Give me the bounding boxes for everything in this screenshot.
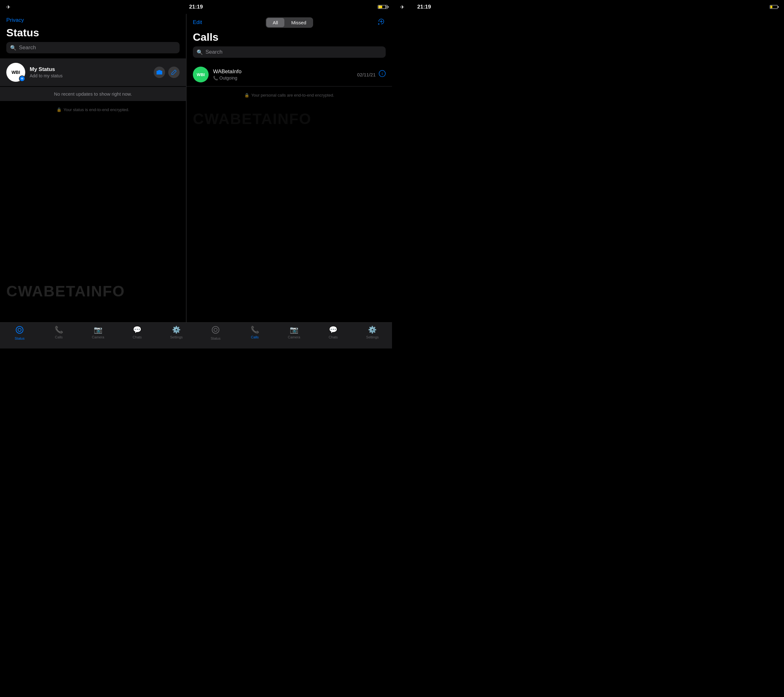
status-search-bar[interactable]: 🔍 Search xyxy=(6,42,180,53)
main-content: Privacy Status 🔍 Search WBI + My Status … xyxy=(0,14,392,322)
battery-icon-mid xyxy=(380,5,387,9)
tab-chats-right[interactable]: 💬 Chats xyxy=(314,325,353,339)
status-actions xyxy=(154,67,180,78)
right-header: Edit All Missed xyxy=(186,14,392,31)
search-icon: 🔍 xyxy=(10,45,16,51)
settings-tab-icon-right: ⚙️ xyxy=(368,326,377,334)
calls-encrypted-notice: 🔒 Your personal calls are end-to-end enc… xyxy=(186,86,392,104)
lock-icon-calls: 🔒 xyxy=(244,93,249,97)
chats-tab-icon-left: 💬 xyxy=(133,326,142,334)
call-type: 📞 Outgoing xyxy=(213,76,353,81)
right-panel-calls: Edit All Missed Calls 🔍 Search WBI WABet… xyxy=(186,14,392,322)
status-bar: ✈ 21:19 ✈ 21:19 xyxy=(0,0,392,14)
filter-tab-missed[interactable]: Missed xyxy=(285,18,313,27)
tab-settings-left[interactable]: ⚙️ Settings xyxy=(157,325,196,339)
call-meta: 02/11/21 i xyxy=(357,70,386,79)
status-tab-icon-left xyxy=(15,326,24,335)
call-info-button[interactable]: i xyxy=(379,70,386,79)
chats-tab-label-right: Chats xyxy=(329,335,338,339)
left-header: Privacy xyxy=(0,14,186,26)
my-status-row[interactable]: WBI + My Status Add to my status xyxy=(0,58,186,86)
call-contact-name: WABetaInfo xyxy=(213,69,353,75)
call-date: 02/11/21 xyxy=(357,72,376,77)
calls-search-bar[interactable]: 🔍 Search xyxy=(193,46,386,58)
camera-tab-label-right: Camera xyxy=(288,335,300,339)
add-call-button[interactable] xyxy=(377,17,386,28)
calls-tab-label-left: Calls xyxy=(55,335,63,339)
status-tab-label-right: Status xyxy=(211,336,221,340)
calls-tab-label-right: Calls xyxy=(251,335,259,339)
calls-page-title: Calls xyxy=(186,31,392,46)
tab-settings-right[interactable]: ⚙️ Settings xyxy=(353,325,392,339)
svg-point-4 xyxy=(212,326,219,333)
calls-tab-icon-left: 📞 xyxy=(54,326,63,334)
calls-tab-icon-right: 📞 xyxy=(250,326,259,334)
svg-point-3 xyxy=(18,328,21,331)
settings-tab-label-right: Settings xyxy=(366,335,379,339)
add-status-plus[interactable]: + xyxy=(19,76,25,82)
my-status-name: My Status xyxy=(30,66,149,73)
edit-status-button[interactable] xyxy=(168,67,180,78)
tab-calls-left[interactable]: 📞 Calls xyxy=(39,325,78,339)
status-page-title: Status xyxy=(0,26,186,42)
status-bar-right: ✈ 21:19 xyxy=(323,5,386,9)
filter-tabs: All Missed xyxy=(266,17,313,28)
status-search-placeholder: Search xyxy=(19,44,36,51)
chats-tab-icon-right: 💬 xyxy=(329,326,338,334)
my-status-info: My Status Add to my status xyxy=(30,66,149,78)
calls-search-placeholder: Search xyxy=(206,49,222,55)
call-avatar: WBI xyxy=(193,67,209,82)
status-bar-left: ✈ xyxy=(6,4,69,10)
camera-status-button[interactable] xyxy=(154,67,165,78)
lock-icon: 🔒 xyxy=(56,107,61,112)
time-display: 21:19 xyxy=(189,4,203,10)
chats-tab-label-left: Chats xyxy=(133,335,142,339)
tab-status-left[interactable]: Status xyxy=(0,325,39,340)
my-status-subtitle: Add to my status xyxy=(30,73,149,78)
status-tab-label-left: Status xyxy=(15,336,25,340)
no-updates-notice: No recent updates to show right now. xyxy=(0,87,186,101)
tab-camera-left[interactable]: 📷 Camera xyxy=(78,325,117,339)
my-status-avatar-container: WBI + xyxy=(6,63,25,82)
tab-calls-right[interactable]: 📞 Calls xyxy=(235,325,274,339)
svg-point-2 xyxy=(16,326,23,333)
calls-edit-link[interactable]: Edit xyxy=(193,19,202,26)
watermark-right: CWABETAINFO xyxy=(193,110,311,127)
filter-tab-all[interactable]: All xyxy=(266,18,284,27)
tab-status-right[interactable]: Status xyxy=(196,325,235,340)
svg-text:i: i xyxy=(382,71,383,76)
call-item[interactable]: WBI WABetaInfo 📞 Outgoing 02/11/21 i xyxy=(186,63,392,86)
svg-point-5 xyxy=(214,328,217,331)
settings-tab-label-left: Settings xyxy=(170,335,183,339)
tab-bar: Status 📞 Calls 📷 Camera 💬 Chats ⚙️ Setti… xyxy=(0,322,392,348)
camera-tab-icon-right: 📷 xyxy=(290,326,298,334)
settings-tab-icon-left: ⚙️ xyxy=(172,326,181,334)
camera-tab-label-left: Camera xyxy=(92,335,104,339)
calls-search-icon: 🔍 xyxy=(197,49,203,55)
airplane-icon-left: ✈ xyxy=(6,4,10,10)
tab-chats-left[interactable]: 💬 Chats xyxy=(118,325,157,339)
camera-tab-icon-left: 📷 xyxy=(94,326,102,334)
left-panel-status: Privacy Status 🔍 Search WBI + My Status … xyxy=(0,14,186,322)
status-encrypted-notice: 🔒 Your status is end-to-end encrypted. xyxy=(0,101,186,119)
watermark-left: CWABETAINFO xyxy=(6,283,125,300)
tab-camera-right[interactable]: 📷 Camera xyxy=(274,325,313,339)
status-tab-icon-right xyxy=(211,326,220,335)
privacy-link[interactable]: Privacy xyxy=(6,17,24,23)
call-info: WABetaInfo 📞 Outgoing xyxy=(213,69,353,81)
phone-icon: 📞 xyxy=(213,76,218,81)
